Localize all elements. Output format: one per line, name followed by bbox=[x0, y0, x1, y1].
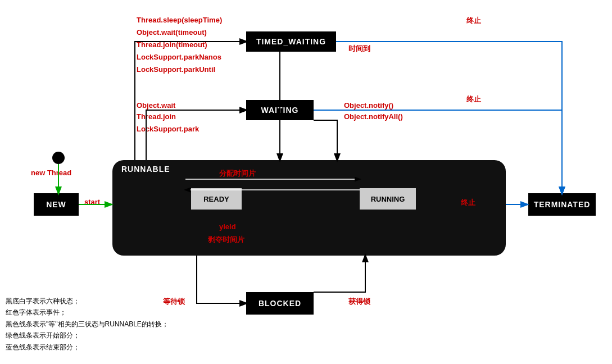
label-object-wait-timeout: Object.wait(timeout) bbox=[137, 28, 207, 37]
state-runnable: RUNNABLE READY RUNNING bbox=[112, 160, 506, 256]
label-get-lock: 获得锁 bbox=[348, 297, 370, 307]
state-terminated: TERMINATED bbox=[528, 193, 596, 216]
state-new: NEW bbox=[34, 193, 79, 216]
label-thread-sleep: Thread.sleep(sleepTime) bbox=[137, 16, 222, 24]
legend: 黑底白字表示六种状态； 红色字体表示事件； 黑色线条表示"等"相关的三状态与RU… bbox=[6, 295, 169, 353]
label-thread-join-timeout: Thread.join(timeout) bbox=[137, 40, 207, 49]
label-start: start bbox=[84, 198, 100, 206]
label-thread-join: Thread.join bbox=[137, 112, 176, 121]
label-terminate2: 终止 bbox=[466, 94, 481, 104]
state-running: RUNNING bbox=[360, 188, 416, 210]
label-yield: yield bbox=[219, 222, 236, 231]
label-terminate3: 终止 bbox=[461, 198, 475, 208]
label-lock-support-park-nanos: LockSupport.parkNanos bbox=[137, 53, 221, 61]
legend-line5: 蓝色线条表示结束部分； bbox=[6, 342, 169, 353]
legend-line4: 绿色线条表示开始部分； bbox=[6, 330, 169, 341]
label-new-thread: new Thread bbox=[31, 169, 71, 177]
runnable-label: RUNNABLE bbox=[121, 165, 170, 174]
label-object-notify-all: Object.notifyAll() bbox=[344, 112, 403, 121]
label-object-wait: Object.wait bbox=[137, 101, 175, 110]
label-object-notify: Object.notify() bbox=[344, 101, 393, 110]
state-waiting: WAITING bbox=[246, 100, 314, 120]
legend-line3: 黑色线条表示"等"相关的三状态与RUNNABLE的转换； bbox=[6, 319, 169, 330]
label-lock-support-park-until: LockSupport.parkUntil bbox=[137, 65, 215, 74]
thread-state-diagram: NEW TERMINATED TIMED_WAITING WAITING BLO… bbox=[0, 0, 612, 364]
state-blocked: BLOCKED bbox=[246, 292, 314, 315]
label-deprive-time-slice: 剥夺时间片 bbox=[208, 235, 244, 245]
label-time-expired: 时间到 bbox=[348, 44, 370, 54]
legend-line2: 红色字体表示事件； bbox=[6, 307, 169, 318]
label-assign-time-slice: 分配时间片 bbox=[219, 169, 256, 179]
label-terminate1: 终止 bbox=[466, 16, 481, 26]
state-ready: READY bbox=[191, 188, 242, 210]
label-lock-support-park: LockSupport.park bbox=[137, 125, 199, 133]
state-timed-waiting: TIMED_WAITING bbox=[246, 31, 336, 52]
legend-line1: 黑底白字表示六种状态； bbox=[6, 295, 169, 307]
initial-state-circle bbox=[52, 152, 65, 164]
